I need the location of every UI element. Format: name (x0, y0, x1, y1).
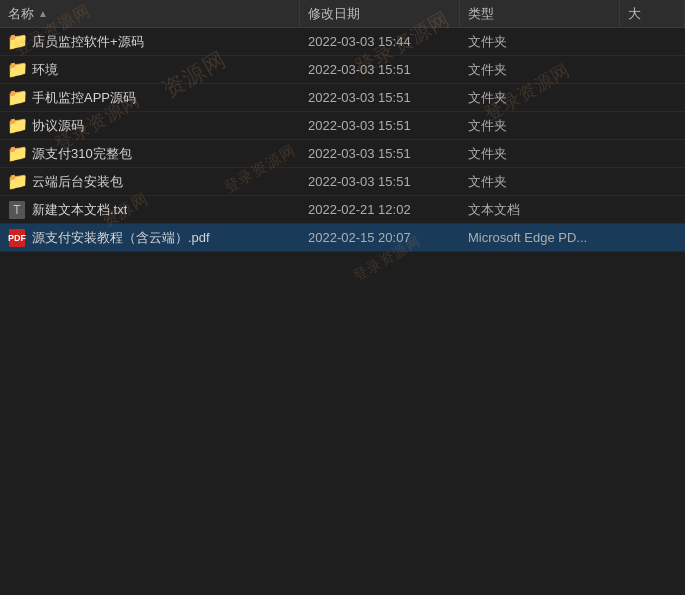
folder-icon: 📁 (8, 89, 26, 107)
file-size-cell (620, 196, 685, 223)
header-type-label: 类型 (468, 5, 494, 23)
folder-icon: 📁 (8, 61, 26, 79)
table-row[interactable]: 📁协议源码2022-03-03 15:51文件夹 (0, 112, 685, 140)
file-name-text: 手机监控APP源码 (32, 89, 136, 107)
table-row[interactable]: 📁云端后台安装包2022-03-03 15:51文件夹 (0, 168, 685, 196)
file-size-cell (620, 56, 685, 83)
file-date-cell: 2022-03-03 15:51 (300, 140, 460, 167)
file-name-text: 环境 (32, 61, 58, 79)
txt-icon: T (8, 201, 26, 219)
sort-arrow-name: ▲ (38, 8, 48, 19)
table-row[interactable]: PDF源支付安装教程（含云端）.pdf2022-02-15 20:07Micro… (0, 224, 685, 252)
file-name-cell: T新建文本文档.txt (0, 196, 300, 223)
file-name-text: 店员监控软件+源码 (32, 33, 144, 51)
header-date[interactable]: 修改日期 (300, 0, 460, 27)
table-row[interactable]: 📁源支付310完整包2022-03-03 15:51文件夹 (0, 140, 685, 168)
file-name-text: 新建文本文档.txt (32, 201, 127, 219)
file-type-cell: 文件夹 (460, 28, 620, 55)
pdf-icon: PDF (8, 229, 26, 247)
file-name-cell: 📁源支付310完整包 (0, 140, 300, 167)
file-size-cell (620, 84, 685, 111)
file-name-text: 源支付310完整包 (32, 145, 132, 163)
folder-icon: 📁 (8, 173, 26, 191)
file-type-cell: 文件夹 (460, 56, 620, 83)
file-type-cell: 文件夹 (460, 84, 620, 111)
file-explorer: 登录资源网 资源网 登录资源网 登录资源网 登录资源网 资源网 登录资源网 登录… (0, 0, 685, 595)
txt-file-icon: T (9, 201, 25, 219)
table-row[interactable]: T新建文本文档.txt2022-02-21 12:02文本文档 (0, 196, 685, 224)
file-name-text: 源支付安装教程（含云端）.pdf (32, 229, 210, 247)
header-size[interactable]: 大 (620, 0, 685, 27)
file-date-cell: 2022-03-03 15:51 (300, 168, 460, 195)
file-date-cell: 2022-03-03 15:51 (300, 56, 460, 83)
table-row[interactable]: 📁店员监控软件+源码2022-03-03 15:44文件夹 (0, 28, 685, 56)
table-row[interactable]: 📁环境2022-03-03 15:51文件夹 (0, 56, 685, 84)
file-date-cell: 2022-03-03 15:51 (300, 84, 460, 111)
file-type-cell: 文件夹 (460, 140, 620, 167)
folder-icon: 📁 (8, 33, 26, 51)
file-date-cell: 2022-03-03 15:51 (300, 112, 460, 139)
file-name-cell: 📁环境 (0, 56, 300, 83)
header-type[interactable]: 类型 (460, 0, 620, 27)
header-size-label: 大 (628, 5, 641, 23)
file-size-cell (620, 112, 685, 139)
file-name-cell: 📁协议源码 (0, 112, 300, 139)
file-name-cell: 📁店员监控软件+源码 (0, 28, 300, 55)
table-row[interactable]: 📁手机监控APP源码2022-03-03 15:51文件夹 (0, 84, 685, 112)
folder-icon: 📁 (8, 117, 26, 135)
folder-icon: 📁 (8, 145, 26, 163)
file-date-cell: 2022-03-03 15:44 (300, 28, 460, 55)
file-list: 📁店员监控软件+源码2022-03-03 15:44文件夹📁环境2022-03-… (0, 28, 685, 312)
file-name-cell: PDF源支付安装教程（含云端）.pdf (0, 224, 300, 251)
file-type-cell: 文件夹 (460, 112, 620, 139)
file-name-text: 协议源码 (32, 117, 84, 135)
file-date-cell: 2022-02-21 12:02 (300, 196, 460, 223)
pdf-file-icon: PDF (9, 229, 25, 247)
file-size-cell (620, 140, 685, 167)
file-name-text: 云端后台安装包 (32, 173, 123, 191)
file-type-cell: 文件夹 (460, 168, 620, 195)
file-type-cell: Microsoft Edge PD... (460, 224, 620, 251)
file-type-cell: 文本文档 (460, 196, 620, 223)
file-size-cell (620, 28, 685, 55)
file-name-cell: 📁云端后台安装包 (0, 168, 300, 195)
header-name-label: 名称 (8, 5, 34, 23)
header-name[interactable]: 名称 ▲ (0, 0, 300, 27)
header-date-label: 修改日期 (308, 5, 360, 23)
file-name-cell: 📁手机监控APP源码 (0, 84, 300, 111)
file-list-header: 名称 ▲ 修改日期 类型 大 (0, 0, 685, 28)
file-date-cell: 2022-02-15 20:07 (300, 224, 460, 251)
file-size-cell (620, 224, 685, 251)
file-size-cell (620, 168, 685, 195)
empty-area (0, 312, 685, 596)
